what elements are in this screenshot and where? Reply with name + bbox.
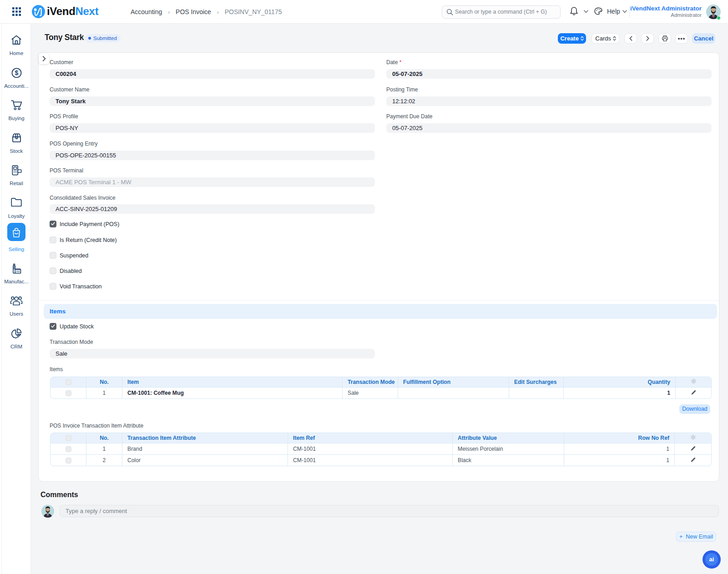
svg-text:$: $ bbox=[15, 69, 18, 76]
